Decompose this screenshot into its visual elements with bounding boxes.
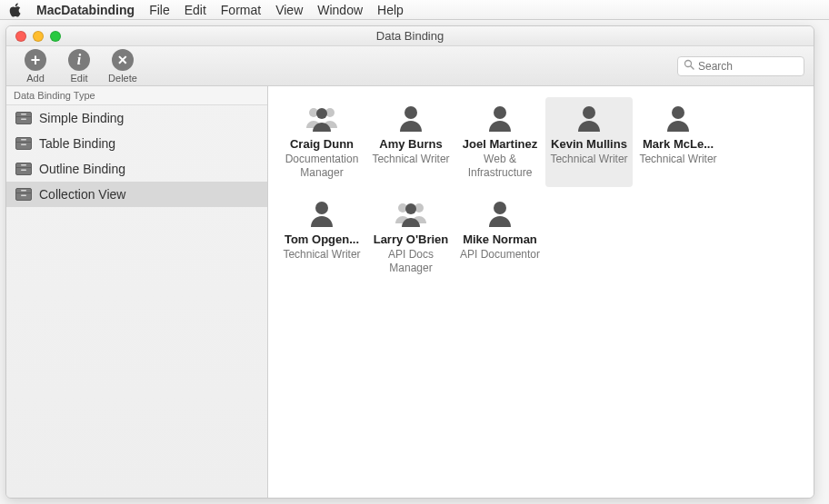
window-title: Data Binding	[6, 29, 814, 43]
person-icon	[484, 104, 516, 132]
plus-icon	[25, 49, 46, 71]
close-window-button[interactable]	[15, 31, 26, 42]
collection-item[interactable]: Mike NormanAPI Documentor	[456, 193, 544, 282]
svg-point-24	[672, 106, 684, 119]
person-role: API Docs Manager	[369, 248, 453, 275]
window: Data Binding Add Edit Delete	[5, 25, 814, 499]
collection-item[interactable]: Larry O'BrienAPI Docs Manager	[367, 193, 454, 282]
info-icon	[68, 49, 90, 71]
collection-item[interactable]: Joel MartinezWeb & Infrastructure	[456, 97, 544, 187]
person-role: Documentation Manager	[280, 153, 364, 180]
svg-point-29	[494, 202, 506, 214]
minimize-window-button[interactable]	[33, 31, 44, 42]
sidebar-item[interactable]: Simple Binding	[6, 105, 267, 131]
svg-rect-8	[21, 139, 26, 140]
svg-point-25	[315, 202, 328, 214]
drawer-icon	[15, 188, 32, 201]
traffic-lights	[6, 31, 61, 42]
sidebar-item[interactable]: Table Binding	[6, 131, 267, 156]
svg-line-1	[691, 66, 694, 69]
svg-point-28	[405, 203, 416, 214]
person-name: Kevin Mullins	[547, 137, 631, 151]
apple-menu-icon[interactable]	[9, 3, 22, 17]
sidebar-item[interactable]: Outline Binding	[6, 156, 267, 182]
person-name: Amy Burns	[369, 137, 453, 151]
drawer-icon	[15, 163, 32, 175]
collection-view: Craig DunnDocumentation ManagerAmy Burns…	[277, 97, 804, 288]
sidebar-item[interactable]: Collection View	[6, 182, 267, 207]
edit-button-label: Edit	[71, 73, 88, 84]
add-button[interactable]: Add	[15, 49, 55, 84]
svg-rect-15	[16, 193, 32, 193]
svg-rect-17	[21, 195, 26, 196]
sidebar-item-label: Simple Binding	[39, 111, 124, 125]
menu-format[interactable]: Format	[221, 3, 261, 17]
titlebar: Data Binding	[6, 26, 814, 46]
svg-rect-4	[21, 114, 26, 114]
person-icon	[305, 200, 338, 227]
person-name: Mark McLe...	[636, 137, 720, 151]
menubar-appname[interactable]: MacDatabinding	[36, 3, 135, 17]
content-area: Craig DunnDocumentation ManagerAmy Burns…	[268, 86, 814, 498]
collection-item[interactable]: Tom Opgen...Technical Writer	[278, 193, 365, 282]
drawer-icon	[15, 137, 32, 150]
person-name: Tom Opgen...	[280, 232, 364, 246]
svg-rect-9	[21, 144, 26, 145]
sidebar-item-label: Table Binding	[39, 136, 115, 151]
person-name: Craig Dunn	[280, 137, 364, 151]
menu-file[interactable]: File	[149, 3, 170, 17]
sidebar-item-label: Collection View	[39, 187, 125, 202]
menu-edit[interactable]: Edit	[185, 3, 206, 17]
person-name: Joel Martinez	[458, 137, 542, 151]
svg-rect-11	[16, 167, 32, 168]
collection-item[interactable]: Kevin MullinsTechnical Writer	[545, 97, 633, 187]
menubar: MacDatabinding File Edit Format View Win…	[0, 0, 829, 20]
svg-rect-13	[21, 170, 26, 171]
person-icon	[662, 104, 694, 132]
person-role: Technical Writer	[547, 153, 631, 166]
delete-button[interactable]: Delete	[103, 49, 143, 84]
menu-view[interactable]: View	[275, 3, 303, 17]
svg-point-23	[583, 106, 595, 119]
person-role: Web & Infrastructure	[458, 153, 542, 180]
delete-button-label: Delete	[108, 73, 137, 84]
person-name: Larry O'Brien	[369, 232, 453, 246]
group-icon	[395, 200, 427, 227]
svg-point-0	[685, 61, 692, 67]
person-role: Technical Writer	[636, 153, 720, 166]
svg-rect-16	[21, 190, 26, 191]
menu-window[interactable]: Window	[317, 3, 363, 17]
delete-icon	[112, 49, 134, 71]
search-icon	[684, 59, 694, 73]
svg-rect-7	[16, 142, 32, 143]
drawer-icon	[15, 112, 32, 124]
collection-item[interactable]: Craig DunnDocumentation Manager	[278, 97, 365, 187]
collection-item[interactable]: Mark McLe...Technical Writer	[634, 97, 722, 187]
svg-point-22	[494, 106, 506, 119]
search-box[interactable]	[677, 56, 804, 76]
add-button-label: Add	[26, 73, 45, 84]
person-icon	[484, 200, 516, 227]
person-icon	[573, 104, 605, 132]
menu-help[interactable]: Help	[377, 3, 404, 17]
sidebar-item-label: Outline Binding	[39, 162, 125, 176]
zoom-window-button[interactable]	[50, 31, 61, 42]
svg-rect-3	[16, 116, 32, 117]
svg-point-20	[316, 108, 327, 119]
sidebar: Data Binding Type Simple BindingTable Bi…	[6, 86, 268, 498]
person-role: Technical Writer	[369, 153, 453, 166]
person-role: Technical Writer	[280, 248, 364, 262]
svg-rect-5	[21, 119, 26, 120]
toolbar: Add Edit Delete	[6, 46, 814, 86]
svg-point-21	[405, 106, 417, 119]
edit-button[interactable]: Edit	[59, 49, 99, 84]
sidebar-header: Data Binding Type	[6, 86, 267, 105]
person-icon	[395, 104, 427, 132]
collection-item[interactable]: Amy BurnsTechnical Writer	[367, 97, 454, 187]
person-name: Mike Norman	[458, 232, 542, 246]
svg-rect-12	[21, 164, 26, 165]
person-role: API Documentor	[458, 248, 542, 262]
search-input[interactable]	[698, 60, 798, 73]
group-icon	[305, 104, 338, 132]
